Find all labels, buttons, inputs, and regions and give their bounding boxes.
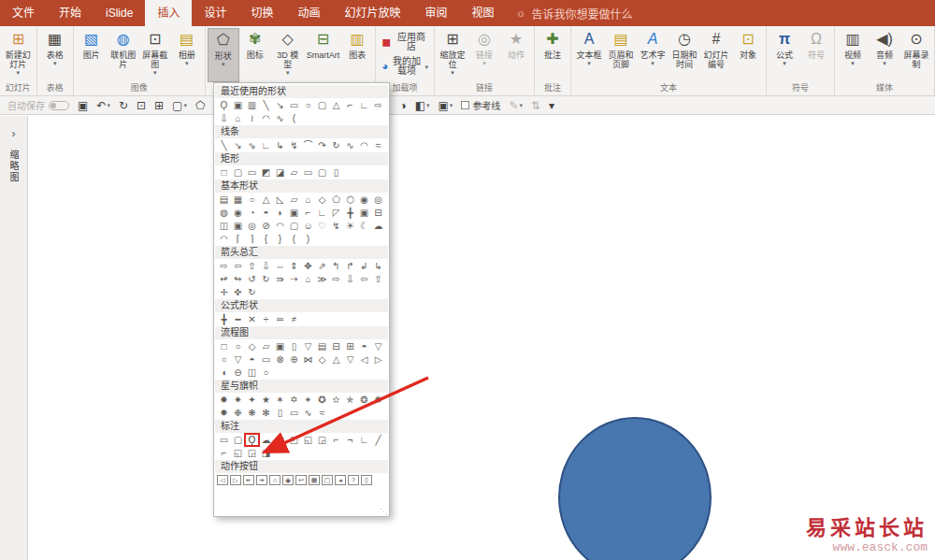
shape-menu-item[interactable]: ✻ — [259, 407, 273, 419]
3d-models-button[interactable]: ◇ 3D 模型 ▾ — [271, 28, 305, 82]
shape-menu-item[interactable]: ▭ — [259, 353, 273, 366]
date-time-button[interactable]: ◷ 日期和时间 — [669, 28, 700, 82]
shape-menu-item[interactable]: ⊕ — [287, 353, 301, 366]
shape-menu-item[interactable]: ◓ — [245, 353, 259, 366]
shape-menu-item[interactable]: ▭ — [217, 434, 231, 446]
shape-menu-item[interactable]: ≈ — [371, 139, 385, 151]
shape-menu-item[interactable]: ○ — [245, 194, 259, 206]
shape-menu-item[interactable]: ◱ — [301, 434, 315, 446]
shape-menu-item[interactable]: ▣ — [273, 340, 287, 352]
shape-menu-item[interactable]: ∿ — [343, 139, 357, 151]
tab-transitions[interactable]: 切换 — [238, 0, 285, 26]
shape-menu-item[interactable]: ⊗ — [273, 353, 287, 366]
shape-menu-item[interactable]: ▯ — [273, 407, 287, 419]
equation-button[interactable]: π 公式 ▾ — [769, 28, 800, 82]
redo-button[interactable]: ↻ — [119, 99, 128, 112]
shape-menu-item[interactable]: ✜ — [231, 286, 245, 298]
shape-menu-item[interactable]: ╲ — [217, 139, 231, 151]
shape-menu-item[interactable]: ◓ — [357, 340, 371, 352]
shape-menu-item[interactable]: ◩ — [259, 166, 273, 179]
shape-menu-item[interactable]: ↺ — [245, 273, 259, 285]
shape-menu-item[interactable]: ╲ — [259, 99, 273, 111]
photo-album-button[interactable]: ▤ 相册 ▾ — [171, 28, 203, 82]
tab-file[interactable]: 文件 — [0, 0, 47, 26]
online-pictures-button[interactable]: ◍ 联机图片 — [108, 28, 139, 82]
shape-menu-item[interactable]: ▦ — [309, 475, 320, 485]
shape-menu-item[interactable]: ÷ — [259, 313, 273, 325]
shape-menu-item[interactable]: ⊘ — [259, 220, 273, 232]
shape-menu-item[interactable]: ∟ — [259, 139, 273, 151]
shape-menu-item[interactable]: ◫ — [217, 220, 231, 232]
object-button[interactable]: ⊡ 对象 — [732, 28, 764, 82]
contrast-button[interactable]: ◑ — [399, 99, 406, 112]
tab-slideshow[interactable]: 幻灯片放映 — [332, 0, 412, 26]
shape-menu-item[interactable]: ↻ — [259, 273, 273, 285]
shape-menu-item[interactable]: ○ — [231, 340, 245, 352]
wordart-button[interactable]: A 艺术字 ▾ — [637, 28, 669, 82]
shape-menu-item[interactable]: ⌂ — [301, 273, 315, 285]
shape-menu-item[interactable]: ⇨ — [217, 260, 231, 272]
shape-menu-item[interactable]: ✺ — [371, 394, 385, 406]
shape-menu-item[interactable]: ↲ — [357, 260, 371, 272]
shape-menu-item[interactable]: ═ — [273, 313, 287, 325]
shape-menu-item[interactable]: ❉ — [231, 407, 245, 419]
shape-menu-item[interactable]: ◖ — [217, 366, 231, 379]
shape-menu-item[interactable]: ◠ — [217, 233, 231, 245]
shape-menu-item[interactable]: ♡ — [315, 220, 329, 232]
shape-menu-item[interactable]: ◉ — [357, 194, 371, 206]
chart-button[interactable]: ▥ 图表 — [341, 28, 373, 82]
shape-menu-item[interactable]: ◲ — [315, 434, 329, 446]
shape-menu-item[interactable]: ╱ — [371, 434, 385, 446]
shape-menu-item[interactable]: ⇧ — [371, 273, 385, 285]
shape-menu-item[interactable]: ⌂ — [269, 475, 280, 485]
shape-menu-item[interactable]: ✛ — [217, 286, 231, 298]
shape-menu-item[interactable]: ✕ — [245, 313, 259, 325]
shape-menu-item[interactable]: ▤ — [217, 194, 231, 206]
customize-qat-button[interactable]: ▾ — [549, 99, 554, 112]
smartart-button[interactable]: ⊟ SmartArt — [305, 28, 341, 82]
layout-button[interactable]: ▣▾ — [439, 99, 453, 112]
shape-menu-item[interactable]: ◓ — [259, 207, 273, 219]
shape-menu-item[interactable]: ¬ — [343, 434, 357, 446]
shape-menu-item[interactable]: ◂ — [335, 475, 346, 485]
shape-menu-item[interactable]: ▤ — [315, 340, 329, 352]
shape-menu-item[interactable]: ≫ — [315, 273, 329, 285]
shape-menu-item[interactable]: ◁ — [357, 353, 371, 366]
shape-menu-item[interactable]: ━ — [231, 313, 245, 325]
shape-menu-item[interactable]: ▢ — [287, 220, 301, 232]
menu-resize-handle[interactable]: ⋱ — [380, 508, 387, 516]
tab-review[interactable]: 审阅 — [412, 0, 459, 26]
shape-menu-item[interactable]: ◎ — [245, 220, 259, 232]
shape-menu-item[interactable]: ▭ — [301, 166, 315, 179]
shape-menu-item[interactable]: □ — [217, 340, 231, 352]
shape-menu-item[interactable]: ◁ — [217, 475, 228, 485]
shape-menu-item[interactable]: ⌈ — [231, 233, 245, 245]
shape-menu-item[interactable]: ↞ — [243, 475, 254, 485]
shape-menu-item[interactable]: Ǫ — [217, 99, 231, 111]
fill-color-button[interactable]: ◧▾ — [415, 99, 430, 112]
shape-menu-item[interactable]: ◪ — [273, 166, 287, 179]
shape-menu-item[interactable]: ⊖ — [231, 366, 245, 379]
shape-menu-item[interactable]: ▽ — [301, 340, 315, 352]
screen-recording-button[interactable]: ⊙ 屏幕录制 — [900, 28, 932, 82]
shape-menu-item[interactable]: ▷ — [230, 475, 241, 485]
shape-menu-item[interactable]: ⇕ — [287, 260, 301, 272]
shape-menu-item[interactable]: ◇ — [245, 340, 259, 352]
shape-menu-item[interactable]: ∿ — [301, 407, 315, 419]
pen-button[interactable]: ✎▾ — [509, 99, 523, 112]
shape-menu-item[interactable]: ⊟ — [329, 340, 343, 352]
shape-menu-item[interactable]: ◗ — [273, 207, 287, 219]
shape-menu-item[interactable]: ⌒ — [301, 139, 315, 151]
save-button[interactable]: ▣ — [78, 99, 88, 112]
shape-menu-item[interactable]: ☁ — [259, 434, 273, 446]
shape-menu-item[interactable]: ⇦ — [231, 260, 245, 272]
shape-menu-item[interactable]: ◔ — [245, 207, 259, 219]
my-addins-button[interactable]: ◕ 我的加载项 ▾ — [378, 56, 432, 77]
shape-menu-item[interactable]: ◉ — [282, 475, 294, 485]
autosave-toggle[interactable]: 自动保存 — [7, 98, 69, 112]
shape-menu-item[interactable]: ▽ — [371, 340, 385, 352]
shape-menu-item[interactable]: ↘ — [231, 139, 245, 151]
shape-menu-item[interactable]: ↻ — [329, 139, 343, 151]
tab-insert[interactable]: 插入 — [145, 0, 192, 26]
quick-new-slide-button[interactable]: ▢▾ — [172, 99, 187, 112]
